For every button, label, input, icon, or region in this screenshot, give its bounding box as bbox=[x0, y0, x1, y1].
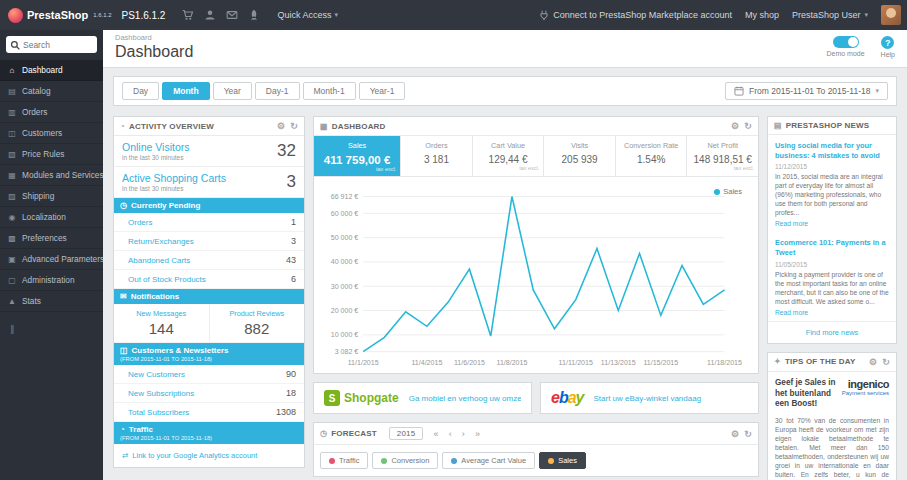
clock-icon: ◷ bbox=[120, 201, 127, 210]
sidebar-item-orders[interactable]: ▥Orders bbox=[0, 102, 103, 123]
kpi-cart-value[interactable]: Cart Value 129,44 € tax excl. bbox=[473, 136, 545, 176]
period-month-button[interactable]: Month bbox=[162, 82, 210, 100]
abandoned-carts-link[interactable]: Abandoned Carts bbox=[128, 256, 190, 265]
chart-icon: ◔ bbox=[120, 425, 125, 434]
tips-panel-header: ✦ Tips of the day ⚙ ↻ bbox=[768, 353, 896, 372]
sidebar-item-label: Modules and Services bbox=[22, 170, 103, 180]
sidebar-item-price-rules[interactable]: ▧Price Rules bbox=[0, 144, 103, 165]
sidebar-item-dashboard[interactable]: ⌂Dashboard bbox=[0, 60, 103, 81]
forecast-last-button[interactable]: » bbox=[475, 429, 480, 439]
online-visitors-link[interactable]: Online Visitors bbox=[122, 141, 190, 153]
active-carts-link[interactable]: Active Shopping Carts bbox=[122, 172, 226, 184]
sidebar-collapse-button[interactable]: ∥ bbox=[0, 312, 103, 346]
sidebar-item-modules[interactable]: ▦Modules and Services bbox=[0, 165, 103, 186]
refresh-icon[interactable]: ↻ bbox=[744, 429, 752, 439]
toggle-on-icon[interactable] bbox=[833, 36, 859, 48]
breadcrumb[interactable]: Dashboard bbox=[115, 33, 193, 42]
new-customers-link[interactable]: New Customers bbox=[128, 370, 185, 379]
help-icon[interactable]: ? bbox=[881, 36, 894, 49]
gear-icon[interactable]: ⚙ bbox=[277, 121, 285, 131]
period-month-1-button[interactable]: Month-1 bbox=[303, 82, 356, 100]
refresh-icon[interactable]: ↻ bbox=[744, 121, 752, 131]
kpi-orders[interactable]: Orders 3 181 bbox=[401, 136, 473, 176]
people-icon: ◫ bbox=[120, 346, 128, 355]
svg-text:10 000 €: 10 000 € bbox=[331, 331, 359, 338]
help-label: Help bbox=[881, 51, 895, 58]
kpi-label: Net Profit bbox=[691, 141, 754, 150]
traffic-range: (FROM 2015-11-01 TO 2015-11-18) bbox=[120, 435, 298, 441]
rocket-icon[interactable] bbox=[248, 9, 260, 21]
stats-icon: ▲ bbox=[7, 297, 17, 306]
shopgate-promo[interactable]: S Shopgate Ga mobiel en verhoog uw omzet bbox=[313, 382, 532, 414]
pending-orders-link[interactable]: Orders bbox=[128, 218, 152, 227]
product-reviews-cell[interactable]: Product Reviews 882 bbox=[209, 304, 305, 342]
user-menu[interactable]: PrestaShop User ▾ bbox=[792, 10, 868, 20]
forecast-first-button[interactable]: « bbox=[433, 429, 438, 439]
period-year-button[interactable]: Year bbox=[213, 82, 252, 100]
period-year-1-button[interactable]: Year-1 bbox=[359, 82, 406, 100]
prestashop-logo[interactable]: PrestaShop 1.6.1.2 bbox=[0, 8, 120, 23]
forecast-toggles: Traffic Conversion Average Cart Value Sa… bbox=[314, 445, 758, 476]
forecast-toggle-average-cart-value[interactable]: Average Cart Value bbox=[442, 452, 535, 469]
kpi-tax-note bbox=[405, 165, 468, 171]
grid-icon: ▦ bbox=[320, 122, 328, 131]
messages-notification-icon[interactable] bbox=[226, 9, 238, 21]
new-messages-label: New Messages bbox=[116, 309, 207, 318]
abandoned-carts-value: 43 bbox=[286, 255, 296, 265]
sidebar-search[interactable] bbox=[6, 36, 97, 53]
ingenico-logo[interactable]: ingenico Payment services bbox=[842, 378, 889, 410]
new-subscriptions-link[interactable]: New Subscriptions bbox=[128, 389, 194, 398]
prestashop-news-panel: ▤ PrestaShop News Using social media for… bbox=[767, 116, 897, 344]
kpi-visits[interactable]: Visits 205 939 bbox=[544, 136, 616, 176]
read-more-link[interactable]: Read more bbox=[775, 220, 808, 227]
gear-icon[interactable]: ⚙ bbox=[731, 121, 739, 131]
news-article-title-link[interactable]: Using social media for your business: 4 … bbox=[775, 141, 889, 160]
sidebar-item-localization[interactable]: ◉Localization bbox=[0, 207, 103, 228]
pending-returns-link[interactable]: Return/Exchanges bbox=[128, 237, 194, 246]
shopgate-promo-link[interactable]: Ga mobiel en verhoog uw omzet bbox=[409, 394, 521, 403]
refresh-icon[interactable]: ↻ bbox=[882, 357, 890, 367]
sidebar-item-preferences[interactable]: ▩Preferences bbox=[0, 228, 103, 249]
gear-icon[interactable]: ⚙ bbox=[731, 429, 739, 439]
sidebar-item-advanced-parameters[interactable]: ▣Advanced Parameters bbox=[0, 249, 103, 270]
forecast-prev-button[interactable]: ‹ bbox=[449, 429, 452, 439]
read-more-link[interactable]: Read more bbox=[775, 309, 808, 316]
sidebar-item-administration[interactable]: ▢Administration bbox=[0, 270, 103, 291]
forecast-toggle-sales[interactable]: Sales bbox=[539, 452, 586, 469]
ebay-promo-link[interactable]: Start uw eBay-winkel vandaag bbox=[594, 394, 702, 403]
demo-mode-toggle[interactable]: Demo mode bbox=[826, 36, 864, 57]
out-of-stock-link[interactable]: Out of Stock Products bbox=[128, 275, 206, 284]
forecast-year-select[interactable]: 2015 bbox=[389, 427, 424, 440]
period-day-button[interactable]: Day bbox=[122, 82, 159, 100]
user-avatar[interactable] bbox=[881, 5, 901, 25]
gear-icon[interactable]: ⚙ bbox=[869, 357, 877, 367]
forecast-toggle-conversion[interactable]: Conversion bbox=[372, 452, 438, 469]
my-shop-link[interactable]: My shop bbox=[745, 10, 779, 20]
total-subscribers-link[interactable]: Total Subscribers bbox=[128, 408, 189, 417]
customers-notification-icon[interactable] bbox=[204, 9, 216, 21]
sidebar-item-catalog[interactable]: ▤Catalog bbox=[0, 81, 103, 102]
news-article-title-link[interactable]: Ecommerce 101: Payments in a Tweet bbox=[775, 238, 889, 257]
find-more-news-link[interactable]: Find more news bbox=[768, 321, 896, 343]
google-analytics-link[interactable]: ⇄ Link to your Google Analytics account bbox=[114, 444, 304, 467]
kpi-conversion-rate[interactable]: Conversion Rate 1.54% bbox=[616, 136, 688, 176]
forecast-toggle-traffic[interactable]: Traffic bbox=[320, 452, 368, 469]
help-button[interactable]: ? Help bbox=[881, 36, 895, 58]
quick-access-menu[interactable]: Quick Access ▾ bbox=[277, 10, 338, 20]
orders-notification-icon[interactable] bbox=[182, 9, 194, 21]
sidebar-item-shipping[interactable]: ▨Shipping bbox=[0, 186, 103, 207]
sidebar-item-customers[interactable]: ◫Customers bbox=[0, 123, 103, 144]
search-input[interactable] bbox=[23, 40, 85, 50]
promo-row: S Shopgate Ga mobiel en verhoog uw omzet… bbox=[313, 382, 759, 414]
refresh-icon[interactable]: ↻ bbox=[290, 121, 298, 131]
ebay-promo[interactable]: ebay Start uw eBay-winkel vandaag bbox=[540, 382, 759, 414]
new-messages-cell[interactable]: New Messages 144 bbox=[114, 304, 209, 342]
kpi-net-profit[interactable]: Net Profit 148 918,51 € tax excl. bbox=[687, 136, 758, 176]
sidebar-item-stats[interactable]: ▲Stats bbox=[0, 291, 103, 312]
shop-name-link[interactable]: PS1.6.1.2 bbox=[122, 10, 166, 21]
date-range-picker[interactable]: From 2015-11-01 To 2015-11-18 ▾ bbox=[725, 82, 888, 100]
forecast-next-button[interactable]: › bbox=[462, 429, 465, 439]
period-day-1-button[interactable]: Day-1 bbox=[255, 82, 300, 100]
marketplace-link[interactable]: Connect to PrestaShop Marketplace accoun… bbox=[539, 10, 732, 20]
kpi-sales[interactable]: Sales 411 759,00 € tax excl. bbox=[314, 136, 401, 176]
